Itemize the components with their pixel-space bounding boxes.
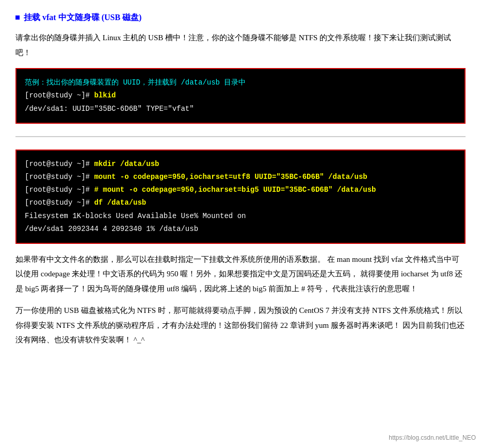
bullet-icon (15, 15, 20, 20)
code-output-1: /dev/sda1: UUID="35BC-6D6B" TYPE="vfat" (25, 103, 456, 115)
code-output-data: /dev/sda1 2092344 4 2092340 1% /data/usb (25, 223, 456, 236)
code-block-1: 范例：找出你的随身碟装置的 UUID，并挂载到 /data/usb 目录中 [r… (15, 68, 466, 124)
divider-1 (15, 136, 466, 137)
code-line-df: [root@study ~]# df /data/usb (25, 196, 456, 209)
section-title: 挂载 vfat 中文随身碟 (USB 磁盘) (15, 10, 466, 24)
body-text-2: 万一你使用的 USB 磁盘被格式化为 NTFS 时，那可能就得要动点手脚，因为预… (15, 303, 466, 347)
code-line-1: [root@study ~]# blkid (25, 89, 456, 102)
title-main: vfat 中文随身碟 (USB 磁盘) (42, 10, 141, 24)
code-line-mkdir: [root@study ~]# mkdir /data/usb (25, 158, 456, 171)
code-line-mount2: [root@study ~]# # mount -o codepage=950,… (25, 184, 456, 196)
intro-text: 请拿出你的随身碟并插入 Linux 主机的 USB 槽中！注意，你的这个随身碟不… (15, 30, 466, 60)
code-output-header: Filesystem 1K-blocks Used Available Use%… (25, 210, 456, 223)
body-text-1: 如果带有中文文件名的数据，那么可以在挂载时指定一下挂载文件系统所使用的语系数据。… (15, 252, 466, 296)
code-line-mount1: [root@study ~]# mount -o codepage=950,io… (25, 171, 456, 184)
code-comment-line: 范例：找出你的随身碟装置的 UUID，并挂载到 /data/usb 目录中 (25, 76, 456, 89)
code-block-2: [root@study ~]# mkdir /data/usb [root@st… (15, 150, 466, 244)
title-prefix: 挂载 (24, 10, 40, 24)
